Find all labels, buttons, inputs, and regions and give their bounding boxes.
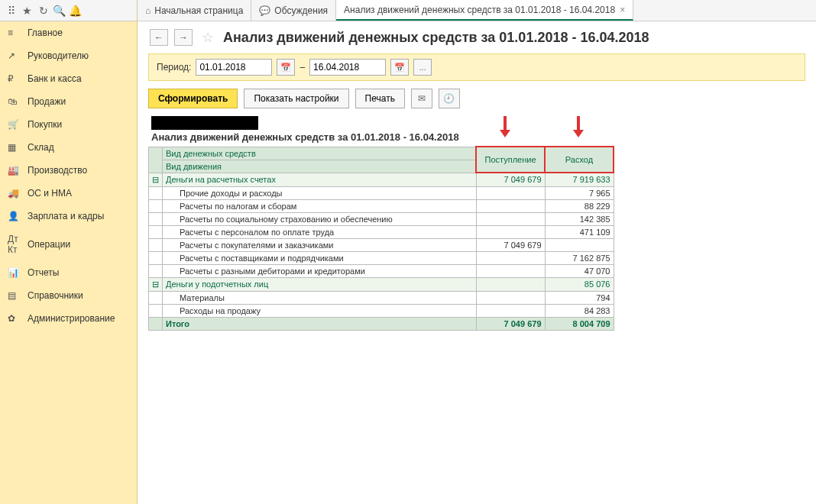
tab-label: Начальная страница <box>154 5 243 16</box>
calendar-to-button[interactable]: 📅 <box>390 59 409 76</box>
row-out: 7 965 <box>545 186 614 199</box>
table-row[interactable]: Расчеты с поставщиками и подрядчиками7 1… <box>149 251 614 264</box>
table-row[interactable]: Расчеты с персоналом по оплате труда471 … <box>149 225 614 238</box>
row-in <box>476 212 545 225</box>
sidebar-item[interactable]: ≡Главное <box>0 21 137 44</box>
sidebar-item-icon: ≡ <box>8 27 21 38</box>
email-button[interactable]: ✉ <box>411 89 432 108</box>
sidebar-item-label: Отчеты <box>28 267 59 278</box>
total-in: 7 049 679 <box>476 317 545 330</box>
row-in <box>476 186 545 199</box>
sidebar-item[interactable]: 👤Зарплата и кадры <box>0 205 137 228</box>
bell-icon[interactable]: 🔔 <box>67 2 83 19</box>
print-button[interactable]: Печать <box>355 89 405 108</box>
clock-button[interactable]: 🕘 <box>439 89 460 108</box>
sidebar-item[interactable]: 🏭Производство <box>0 159 137 182</box>
collapse-icon[interactable]: ⊟ <box>149 173 163 186</box>
row-out: 84 283 <box>545 304 614 317</box>
row-in <box>476 199 545 212</box>
sidebar-item-icon: 🛍 <box>8 96 21 107</box>
sidebar-item-label: Справочники <box>28 290 83 301</box>
sidebar-item[interactable]: 🛒Покупки <box>0 113 137 136</box>
forward-button[interactable]: → <box>174 29 193 46</box>
row-in <box>476 304 545 317</box>
generate-button[interactable]: Сформировать <box>148 89 238 108</box>
sidebar-item-icon: ↗ <box>8 50 21 61</box>
row-in <box>476 264 545 277</box>
tab[interactable]: Анализ движений денежных средств за 01.0… <box>336 0 633 21</box>
row-in <box>476 291 545 304</box>
search-icon[interactable]: 🔍 <box>51 2 67 19</box>
row-in <box>476 225 545 238</box>
back-button[interactable]: ← <box>150 29 168 46</box>
close-icon[interactable]: × <box>620 5 625 15</box>
tab-icon: 💬 <box>259 5 270 16</box>
group-out: 85 076 <box>545 277 614 291</box>
sidebar-item[interactable]: ▦Склад <box>0 136 137 159</box>
row-label: Расходы на продажу <box>163 304 477 317</box>
sidebar-item-label: Зарплата и кадры <box>28 211 104 221</box>
period-dash: – <box>300 62 305 73</box>
sidebar-item-label: Администрирование <box>28 313 115 324</box>
sidebar-item-icon: 👤 <box>8 211 21 221</box>
favorite-button[interactable]: ☆ <box>199 29 217 46</box>
group-label: Деньги у подотчетных лиц <box>163 277 477 291</box>
tab-label: Анализ движений денежных средств за 01.0… <box>344 5 615 15</box>
sidebar-item-icon: 🛒 <box>8 119 21 130</box>
red-arrow-icon <box>575 116 582 136</box>
period-more-button[interactable]: ... <box>413 59 432 76</box>
star-icon[interactable]: ★ <box>19 2 35 19</box>
sidebar-toolbar: ⠿ ★ ↻ 🔍 🔔 <box>0 0 137 21</box>
row-label: Расчеты по социальному страхованию и обе… <box>163 212 477 225</box>
sidebar-item[interactable]: ✿Администрирование <box>0 307 137 330</box>
table-row[interactable]: Расчеты по социальному страхованию и обе… <box>149 212 614 225</box>
table-row[interactable]: Расчеты с разными дебиторами и кредитора… <box>149 264 614 277</box>
report-table: Вид денежных средств Поступление Расход … <box>148 146 614 331</box>
period-label: Период: <box>157 62 191 73</box>
sidebar-item[interactable]: 🚚ОС и НМА <box>0 182 137 205</box>
tab-label: Обсуждения <box>274 5 328 16</box>
sidebar-item-label: Покупки <box>28 119 62 130</box>
sidebar-item-icon: ✿ <box>8 313 21 324</box>
sidebar-item-label: ОС и НМА <box>28 188 72 199</box>
group-row[interactable]: ⊟Деньги у подотчетных лиц85 076 <box>149 277 614 291</box>
sidebar-item[interactable]: ↗Руководителю <box>0 44 137 67</box>
header-kind: Вид денежных средств <box>163 147 477 160</box>
table-row[interactable]: Расчеты с покупателями и заказчиками7 04… <box>149 238 614 251</box>
collapse-icon[interactable]: ⊟ <box>149 277 163 291</box>
column-header-out: Расход <box>545 147 614 173</box>
tab-bar: ⌂Начальная страница💬ОбсужденияАнализ дви… <box>138 0 816 21</box>
date-from-input[interactable] <box>196 59 272 76</box>
sidebar-item[interactable]: 🛍Продажи <box>0 90 137 113</box>
total-out: 8 004 709 <box>545 317 614 330</box>
row-out <box>545 238 614 251</box>
period-bar: Период: 📅 – 📅 ... <box>148 53 805 81</box>
history-icon[interactable]: ↻ <box>35 2 51 19</box>
row-out: 142 385 <box>545 212 614 225</box>
tab[interactable]: ⌂Начальная страница <box>138 0 251 21</box>
table-row[interactable]: Расчеты по налогам и сборам88 229 <box>149 199 614 212</box>
row-in <box>476 251 545 264</box>
calendar-from-button[interactable]: 📅 <box>277 59 295 76</box>
group-out: 7 919 633 <box>545 173 614 186</box>
table-row[interactable]: Прочие доходы и расходы7 965 <box>149 186 614 199</box>
sidebar-item[interactable]: ₽Банк и касса <box>0 67 137 90</box>
red-arrow-icon <box>501 116 509 136</box>
row-out: 794 <box>545 291 614 304</box>
tree-column <box>149 147 163 173</box>
sidebar-item[interactable]: ▤Справочники <box>0 284 137 307</box>
sidebar-item-icon: 🏭 <box>8 165 21 176</box>
sidebar-item-label: Склад <box>28 142 54 153</box>
sidebar-item[interactable]: Дт КтОперации <box>0 228 137 261</box>
row-out: 471 109 <box>545 225 614 238</box>
apps-icon[interactable]: ⠿ <box>3 2 19 19</box>
page-title: Анализ движений денежных средств за 01.0… <box>223 30 649 46</box>
tab[interactable]: 💬Обсуждения <box>251 0 336 21</box>
table-row[interactable]: Расходы на продажу84 283 <box>149 304 614 317</box>
table-row[interactable]: Материалы794 <box>149 291 614 304</box>
sidebar-item[interactable]: 📊Отчеты <box>0 261 137 284</box>
date-to-input[interactable] <box>309 59 386 76</box>
group-row[interactable]: ⊟Деньги на расчетных счетах7 049 6797 91… <box>149 173 614 186</box>
redacted-block <box>151 116 258 130</box>
show-settings-button[interactable]: Показать настройки <box>244 89 348 108</box>
